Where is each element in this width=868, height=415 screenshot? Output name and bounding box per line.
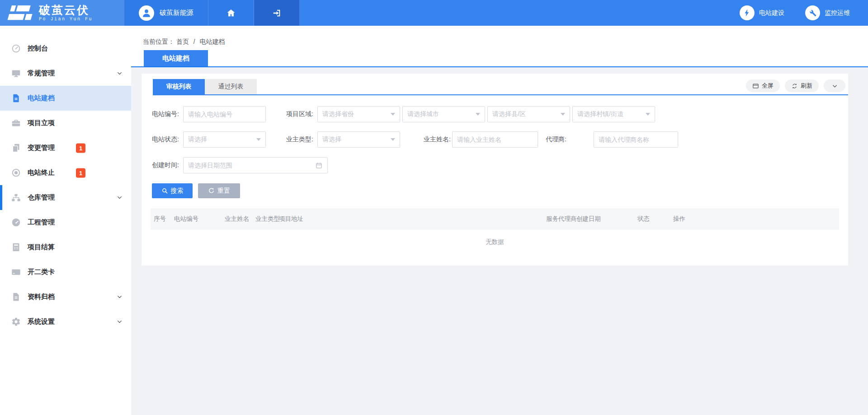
collapse-button[interactable] — [824, 79, 845, 92]
target-icon — [11, 168, 21, 177]
caret-down-icon — [646, 113, 650, 116]
breadcrumb-current: 电站建档 — [200, 38, 225, 45]
column-header: 创建日期 — [576, 215, 637, 223]
page-tab[interactable]: 电站建档 — [144, 50, 208, 66]
chevron-down-icon — [831, 83, 838, 89]
fullscreen-button[interactable]: 全屏 — [746, 79, 780, 92]
tab-passed-list[interactable]: 通过列表 — [205, 79, 257, 94]
brand-logo-icon — [7, 5, 33, 22]
chevron-down-icon — [116, 70, 123, 77]
sidebar-item-label: 常规管理 — [28, 69, 55, 78]
search-label: 搜索 — [171, 187, 184, 195]
filter-actions: 搜索 重置 — [152, 183, 848, 198]
sidebar-item-label: 电站终止 — [28, 168, 55, 177]
date-range-field[interactable] — [183, 157, 328, 173]
city-select[interactable]: 请选择城市 — [402, 106, 485, 122]
column-header: 操作 — [673, 215, 839, 223]
breadcrumb-prefix: 当前位置： — [143, 38, 175, 45]
sidebar-item-general-mgmt[interactable]: 常规管理 — [0, 61, 131, 86]
station-status-placeholder: 请选择 — [188, 135, 254, 144]
sidebar-item-station-archive[interactable]: 电站建档 — [0, 86, 131, 111]
station-no-input[interactable] — [188, 111, 261, 118]
station-status-label: 电站状态: — [152, 135, 181, 144]
region-label: 项目区域: — [286, 110, 315, 118]
panel-toolbar: 全屏 刷新 — [746, 79, 845, 92]
agent-label: 代理商: — [546, 135, 594, 144]
sidebar-item-label: 开二类卡 — [28, 268, 55, 276]
archive-icon — [11, 292, 21, 302]
tab-review-list[interactable]: 审核列表 — [153, 79, 205, 94]
search-button[interactable]: 搜索 — [152, 183, 193, 198]
sidebar-item-label: 工程管理 — [28, 218, 55, 227]
province-select[interactable]: 请选择省份 — [317, 106, 400, 122]
filter-row-2: 电站状态: 请选择 业主类型: 请选择 业主姓名: 代理商: — [152, 131, 848, 148]
table-header: 序号 电站编号 业主姓名 业主类型 项目地址 服务代理商 创建日期 状态 操作 — [151, 209, 839, 229]
header-spacer — [300, 0, 740, 26]
panel-tabs-bar: 审核列表 通过列表 全屏 刷新 — [153, 74, 848, 95]
search-icon — [161, 187, 168, 194]
badge-count: 1 — [76, 168, 85, 177]
app-root: 破茧云伏 Po Jian Yun Fu 破茧新能源 — [0, 0, 868, 415]
sidebar-item-system-settings[interactable]: 系统设置 — [0, 309, 131, 334]
lightning-icon — [740, 5, 755, 20]
station-no-field[interactable] — [183, 106, 266, 122]
reset-button[interactable]: 重置 — [198, 183, 240, 198]
bank-card-icon — [11, 267, 21, 277]
logout-button[interactable] — [254, 0, 300, 26]
sidebar-item-project-initiation[interactable]: 项目立项 — [0, 111, 131, 135]
owner-type-select[interactable]: 请选择 — [317, 131, 400, 148]
sidebar-item-open-card[interactable]: 开二类卡 — [0, 260, 131, 284]
person-icon — [141, 7, 152, 19]
chevron-down-icon — [116, 194, 123, 201]
logout-icon — [272, 8, 282, 18]
sidebar-item-label: 资料归档 — [28, 293, 55, 301]
caret-down-icon — [256, 138, 261, 141]
brand-name: 破茧云伏 — [39, 4, 93, 16]
city-placeholder: 请选择城市 — [407, 110, 473, 118]
nav-label: 电站建设 — [759, 9, 784, 17]
sidebar-item-change-mgmt[interactable]: 变更管理 1 — [0, 135, 131, 160]
nav-monitor-ops[interactable]: 监控运维 — [805, 5, 850, 20]
owner-name-input[interactable] — [457, 136, 533, 143]
column-header: 服务代理商 — [546, 215, 576, 223]
owner-type-placeholder: 请选择 — [322, 135, 388, 144]
user-menu[interactable]: 破茧新能源 — [124, 0, 208, 26]
table-empty-state: 无数据 — [142, 229, 848, 255]
breadcrumb: 当前位置： 首页 / 电站建档 — [143, 38, 225, 46]
sidebar-item-label: 项目结算 — [28, 243, 55, 252]
station-status-select[interactable]: 请选择 — [183, 131, 266, 148]
home-button[interactable] — [208, 0, 254, 26]
sidebar-item-data-archiving[interactable]: 资料归档 — [0, 284, 131, 309]
document-icon — [11, 93, 21, 103]
owner-name-field[interactable] — [452, 131, 538, 148]
gear-icon — [11, 317, 21, 326]
column-header: 业主姓名 — [225, 215, 255, 223]
sidebar-item-engineering-mgmt[interactable]: 工程管理 — [0, 210, 131, 235]
county-placeholder: 请选择县/区 — [492, 110, 558, 118]
town-placeholder: 请选择村镇/街道 — [577, 110, 643, 118]
refresh-button[interactable]: 刷新 — [785, 79, 819, 92]
county-select[interactable]: 请选择县/区 — [487, 106, 570, 122]
agent-input[interactable] — [599, 136, 673, 143]
caret-down-icon — [561, 113, 565, 116]
sidebar-item-warehouse-mgmt[interactable]: 仓库管理 — [0, 185, 131, 210]
brand-logo[interactable]: 破茧云伏 Po Jian Yun Fu — [0, 0, 124, 26]
sidebar: 控制台 常规管理 电站建档 项目立项 变更管理 1 电站终止 1 仓库管理 — [0, 26, 131, 415]
date-range-input[interactable] — [188, 162, 315, 169]
sitemap-icon — [11, 193, 21, 202]
sidebar-item-console[interactable]: 控制台 — [0, 36, 131, 61]
agent-field[interactable] — [594, 131, 678, 148]
town-select[interactable]: 请选择村镇/街道 — [572, 106, 655, 122]
sidebar-item-station-termination[interactable]: 电站终止 1 — [0, 160, 131, 185]
calculator-icon — [11, 242, 21, 252]
nav-station-build[interactable]: 电站建设 — [740, 5, 784, 20]
avatar — [139, 5, 154, 21]
main-area: 当前位置： 首页 / 电站建档 电站建档 审核列表 通过列表 全屏 — [131, 26, 868, 415]
sidebar-item-label: 系统设置 — [28, 317, 55, 326]
sidebar-item-label: 项目立项 — [28, 119, 55, 127]
sidebar-item-project-settlement[interactable]: 项目结算 — [0, 235, 131, 260]
breadcrumb-home[interactable]: 首页 — [176, 38, 189, 45]
refresh-icon — [791, 83, 798, 89]
column-header: 业主类型 — [255, 215, 279, 223]
topbar: 当前位置： 首页 / 电站建档 电站建档 — [131, 26, 868, 67]
